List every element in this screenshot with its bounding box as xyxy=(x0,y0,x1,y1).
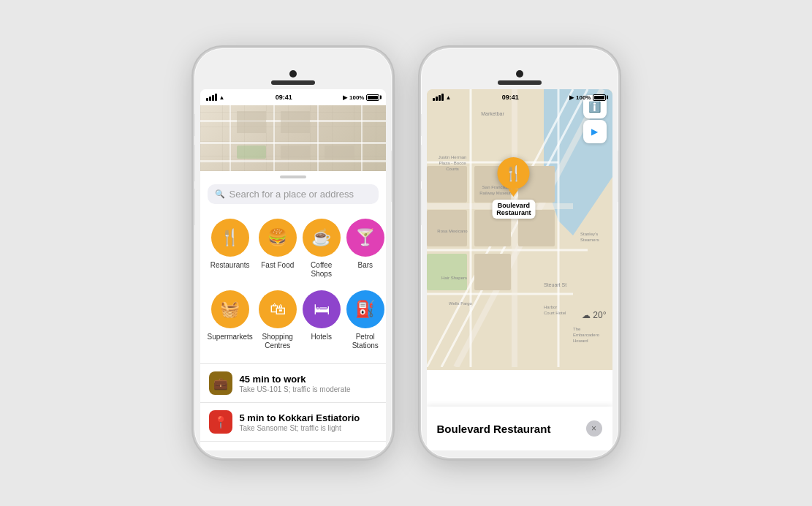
supermarkets-icon: 🧺 xyxy=(211,290,249,328)
earpiece-speaker-right xyxy=(498,80,542,85)
commute-work-subtitle: Take US-101 S; traffic is moderate xyxy=(240,385,377,393)
restaurant-icon: 📍 xyxy=(209,410,232,434)
map-full[interactable]: Marketbar Justin Herman Plaza - Bocce Co… xyxy=(427,89,612,370)
location-icon: ▶ xyxy=(343,94,347,101)
svg-text:The: The xyxy=(573,327,581,331)
map-pin[interactable]: 🍴 Boulevard Restaurant xyxy=(492,157,535,219)
location-icon-right: ▶ xyxy=(569,94,574,101)
pin-circle: 🍴 xyxy=(498,157,530,189)
svg-rect-15 xyxy=(474,254,511,290)
front-camera-right xyxy=(516,70,523,78)
status-right-group-right: ▶ 100% xyxy=(569,94,606,101)
battery-percent: 100% xyxy=(349,94,364,101)
close-icon: × xyxy=(591,423,596,434)
svg-text:Marketbar: Marketbar xyxy=(481,111,504,116)
phone-left: ▲ 09:41 ▶ 100% xyxy=(194,48,392,458)
category-hotels[interactable]: 🛏 Hotels xyxy=(300,284,344,356)
svg-text:Howard: Howard xyxy=(573,339,588,343)
volume-up-button-right xyxy=(421,145,422,181)
wifi-icon: ▲ xyxy=(219,94,225,101)
commute-restaurant-text: 5 min to Kokkari Estiatorio Take Sansome… xyxy=(240,412,377,432)
temperature-display: ☁ 20° xyxy=(582,310,606,320)
signal-icon xyxy=(206,94,217,101)
svg-text:Justin Herman: Justin Herman xyxy=(438,155,466,159)
svg-text:Rosa Mexicano: Rosa Mexicano xyxy=(437,229,468,233)
phone-top-notch xyxy=(194,48,392,89)
status-time-left: 09:41 xyxy=(276,94,292,101)
category-fastfood[interactable]: 🍔 Fast Food xyxy=(256,213,300,284)
coffeeshops-icon: ☕ xyxy=(303,219,341,257)
pin-tail xyxy=(509,189,519,197)
volume-up-button xyxy=(194,145,195,181)
category-grid: 🍴 Restaurants 🍔 Fast Food ☕ Coffee Shops… xyxy=(200,213,386,356)
category-petrolstations[interactable]: ⛽ Petrol Stations xyxy=(344,284,386,356)
mute-button xyxy=(194,114,195,136)
coffeeshops-label: Coffee Shops xyxy=(303,261,341,279)
close-button[interactable]: × xyxy=(586,420,602,437)
svg-text:Steamers: Steamers xyxy=(580,238,599,242)
volume-down-button xyxy=(194,189,195,225)
petrolstations-label: Petrol Stations xyxy=(346,333,384,350)
category-restaurants[interactable]: 🍴 Restaurants xyxy=(205,213,256,284)
svg-rect-17 xyxy=(427,166,467,203)
shoppingcentres-icon: 🛍 xyxy=(259,290,297,328)
petrolstations-icon: ⛽ xyxy=(346,290,384,328)
svg-text:Plaza - Bocce: Plaza - Bocce xyxy=(439,161,466,165)
svg-rect-19 xyxy=(427,254,467,290)
svg-text:Steuart St: Steuart St xyxy=(544,282,566,287)
commute-section: 💼 45 min to work Take US-101 S; traffic … xyxy=(200,363,386,442)
category-bars[interactable]: 🍸 Bars xyxy=(344,213,386,284)
phones-container: ▲ 09:41 ▶ 100% xyxy=(194,48,618,458)
mute-button-right xyxy=(421,114,422,136)
earpiece-speaker xyxy=(271,80,315,85)
sheet-handle xyxy=(280,175,306,178)
status-time-right: 09:41 xyxy=(502,94,519,101)
commute-restaurant[interactable]: 📍 5 min to Kokkari Estiatorio Take Sanso… xyxy=(200,403,386,442)
phone-right: ▲ 09:41 ▶ 100% xyxy=(421,48,618,458)
category-supermarkets[interactable]: 🧺 Supermarkets xyxy=(205,284,256,356)
svg-text:Wells Fargo: Wells Fargo xyxy=(449,301,473,306)
power-button-right xyxy=(618,151,618,202)
search-bar[interactable]: 🔍 Search for a place or address xyxy=(208,184,379,204)
commute-restaurant-subtitle: Take Sansome St; traffic is light xyxy=(240,424,377,432)
power-button xyxy=(391,151,392,202)
restaurants-label: Restaurants xyxy=(210,261,250,270)
front-camera xyxy=(289,70,297,78)
category-coffeeshops[interactable]: ☕ Coffee Shops xyxy=(300,213,344,284)
bottom-card[interactable]: Boulevard Restaurant × xyxy=(427,407,612,450)
commute-work[interactable]: 💼 45 min to work Take US-101 S; traffic … xyxy=(200,364,386,403)
battery-icon-right xyxy=(593,94,606,101)
svg-rect-18 xyxy=(427,210,467,246)
status-left-group: ▲ xyxy=(206,94,225,101)
weather-icon: ☁ xyxy=(582,310,591,320)
location-arrow-icon: ▶ xyxy=(591,126,598,137)
svg-text:Hair Shapers: Hair Shapers xyxy=(441,276,467,280)
pin-label: Boulevard Restaurant xyxy=(492,200,535,219)
supermarkets-label: Supermarkets xyxy=(208,333,253,341)
work-icon: 💼 xyxy=(209,371,232,395)
svg-text:Harbor: Harbor xyxy=(544,305,557,309)
status-bar-right: ▲ 09:41 ▶ 100% xyxy=(427,89,612,105)
screen-right: ▲ 09:41 ▶ 100% xyxy=(427,89,612,450)
search-placeholder: Search for a place or address xyxy=(229,189,354,200)
signal-icon-right xyxy=(433,94,444,101)
volume-down-button-right xyxy=(421,189,422,225)
phone-top-notch-right xyxy=(421,48,618,89)
pin-label-line2: Restaurant xyxy=(496,209,531,216)
commute-work-title: 45 min to work xyxy=(240,374,377,385)
status-left-group-right: ▲ xyxy=(433,94,452,101)
map-location-button[interactable]: ▶ xyxy=(583,120,607,143)
pin-label-line1: Boulevard xyxy=(496,202,531,209)
hotels-label: Hotels xyxy=(311,333,332,341)
svg-text:Courts: Courts xyxy=(446,167,459,171)
commute-work-text: 45 min to work Take US-101 S; traffic is… xyxy=(240,374,377,393)
battery-percent-right: 100% xyxy=(576,94,591,101)
battery-icon xyxy=(366,94,379,101)
hotels-icon: 🛏 xyxy=(303,290,341,328)
map-background-left xyxy=(200,105,386,171)
search-icon: 🔍 xyxy=(215,189,225,199)
fastfood-label: Fast Food xyxy=(261,261,294,270)
category-shoppingcentres[interactable]: 🛍 Shopping Centres xyxy=(256,284,300,356)
bars-label: Bars xyxy=(357,261,373,270)
status-bar-left: ▲ 09:41 ▶ 100% xyxy=(200,89,386,105)
